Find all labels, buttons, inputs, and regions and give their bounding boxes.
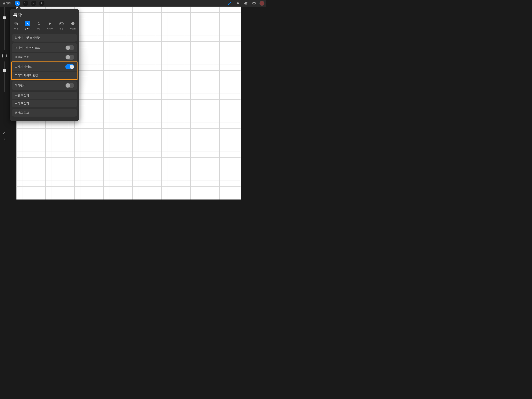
row-edit-drawing-guide[interactable]: 그리기 가이드 편집 xyxy=(12,71,77,79)
selection-tool[interactable] xyxy=(31,0,36,6)
modify-button[interactable] xyxy=(2,54,6,58)
top-left-tools: 갤러리 xyxy=(1,0,44,6)
wand-icon xyxy=(24,2,27,5)
tab-video[interactable]: 비디오 xyxy=(45,21,56,30)
smudge-icon xyxy=(236,1,240,6)
adjustments-tool[interactable] xyxy=(23,0,28,6)
wrench-icon xyxy=(16,2,19,5)
arrow-cursor-icon xyxy=(40,2,43,5)
eraser-tool[interactable] xyxy=(243,0,249,6)
toggle-pref-icon xyxy=(59,22,64,25)
tab-add[interactable]: 추가 xyxy=(11,21,21,30)
toggle-drawing-guide[interactable] xyxy=(65,64,74,69)
share-icon xyxy=(37,22,41,25)
gallery-button[interactable]: 갤러리 xyxy=(1,1,12,6)
eraser-icon xyxy=(244,1,248,6)
slider-thumb[interactable] xyxy=(3,16,6,19)
group-flip: 수평 뒤집기 수직 뒤집기 xyxy=(12,92,77,107)
color-picker[interactable] xyxy=(260,1,265,6)
help-icon: ? xyxy=(71,22,75,25)
brush-icon xyxy=(228,1,232,6)
smudge-tool[interactable] xyxy=(235,0,241,6)
group-info: 캔버스 정보 xyxy=(12,109,77,117)
tab-share[interactable]: 공유 xyxy=(33,21,44,30)
add-icon xyxy=(14,22,18,25)
slider-thumb[interactable] xyxy=(3,69,6,72)
svg-point-3 xyxy=(60,23,61,24)
brush-size-slider[interactable] xyxy=(4,0,5,50)
layers-tool[interactable] xyxy=(251,0,257,6)
selection-s-icon xyxy=(32,2,35,5)
row-reference[interactable]: 레퍼런스 xyxy=(12,81,77,90)
panel-tabs: 추가 캔버스 공유 비디오 설정 ? 도움말 xyxy=(10,21,79,32)
group-crop: 잘라내기 및 크기변경 xyxy=(12,34,77,42)
undo-icon[interactable] xyxy=(2,132,6,135)
row-crop-resize[interactable]: 잘라내기 및 크기변경 xyxy=(12,34,77,42)
brush-opacity-slider[interactable] xyxy=(4,62,5,92)
undo-redo-group xyxy=(0,132,9,142)
group-assist: 애니메이션 어시스트 페이지 보조 그리기 가이드 그리기 가이드 편집 xyxy=(12,43,77,79)
toggle-animation-assist[interactable] xyxy=(65,45,74,50)
tab-canvas[interactable]: 캔버스 xyxy=(22,21,33,30)
svg-text:?: ? xyxy=(72,22,73,25)
row-canvas-info[interactable]: 캔버스 정보 xyxy=(12,109,77,117)
actions-tool[interactable] xyxy=(15,0,20,6)
tab-help[interactable]: ? 도움말 xyxy=(68,21,78,30)
canvas-crop-icon xyxy=(26,22,29,25)
left-sidebar xyxy=(0,54,9,92)
play-icon xyxy=(48,22,52,25)
top-right-tools xyxy=(227,0,265,6)
group-reference: 레퍼런스 xyxy=(12,81,77,90)
panel-title: 동작 xyxy=(10,12,79,21)
row-flip-horizontal[interactable]: 수평 뒤집기 xyxy=(12,92,77,100)
toggle-page-assist[interactable] xyxy=(65,55,74,60)
panel-arrow xyxy=(17,6,21,9)
row-drawing-guide[interactable]: 그리기 가이드 xyxy=(12,62,77,71)
row-animation-assist[interactable]: 애니메이션 어시스트 xyxy=(12,43,77,53)
top-bar: 갤러리 xyxy=(0,0,266,6)
row-flip-vertical[interactable]: 수직 뒤집기 xyxy=(12,100,77,107)
layers-icon xyxy=(252,1,256,6)
redo-icon[interactable] xyxy=(2,138,6,142)
actions-panel: 동작 추가 캔버스 공유 비디오 설정 ? 도움말 잘라내기 및 크기변경 xyxy=(10,9,79,121)
row-page-assist[interactable]: 페이지 보조 xyxy=(12,53,77,62)
transform-tool[interactable] xyxy=(39,0,44,6)
toggle-reference[interactable] xyxy=(65,83,74,88)
brush-tool[interactable] xyxy=(227,0,232,6)
tab-prefs[interactable]: 설정 xyxy=(56,21,67,30)
